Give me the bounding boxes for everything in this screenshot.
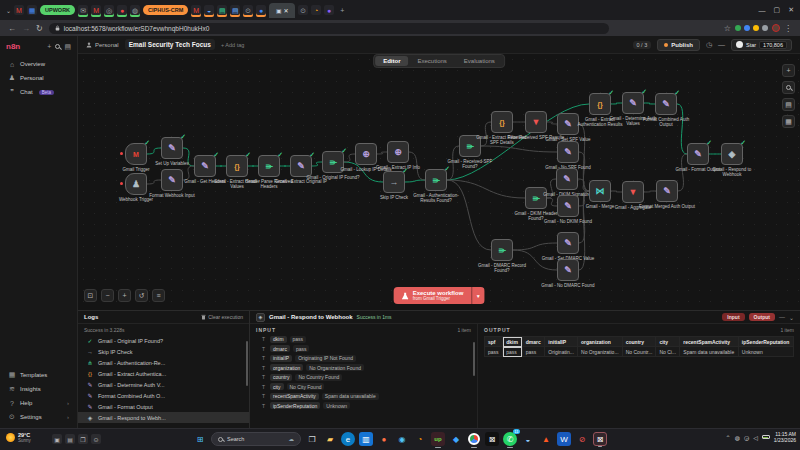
output-col-dmarc[interactable]: dmarc xyxy=(522,337,545,347)
node-format-merged[interactable]: ✎ xyxy=(656,180,678,202)
taskbar-brave[interactable]: ▲ xyxy=(539,432,553,446)
capture-toolbar[interactable]: ▣ ▤ ❒ ⊙ xyxy=(52,434,101,444)
log-item[interactable]: ✎Gmail - Format Output xyxy=(78,401,249,412)
browser-tab[interactable]: ◔ xyxy=(311,5,321,15)
output-toggle-button[interactable]: Output xyxy=(749,313,775,321)
node-lookup-ip[interactable]: ⊕ xyxy=(355,143,377,165)
extension-icon[interactable] xyxy=(744,25,750,31)
node-skip-ip[interactable]: →✓ xyxy=(383,171,405,193)
node-format-output[interactable]: ✎✓ xyxy=(687,143,709,165)
tab-group-ciphus-crm[interactable]: CIPHUS-CRM xyxy=(143,5,188,15)
output-cell-ipSenderReputation[interactable]: Unknown xyxy=(738,347,793,357)
output-cell-initialIP[interactable]: Originatin... xyxy=(545,347,578,357)
node-no-spf[interactable]: ✎ xyxy=(557,141,579,163)
node-dmarc-found[interactable]: ⋔ xyxy=(491,239,513,261)
browser-tab[interactable]: ● xyxy=(117,5,127,15)
weather-widget[interactable]: 29°C Sunny xyxy=(6,432,31,443)
execute-options-caret[interactable]: ▼ xyxy=(471,287,484,304)
node-no-dmarc[interactable]: ✎ xyxy=(557,259,579,281)
profile-avatar[interactable] xyxy=(772,24,780,32)
taskbar-blue-app[interactable]: ◒ xyxy=(521,432,535,446)
zoom-out-button[interactable]: − xyxy=(101,289,114,302)
volume-icon[interactable]: ◁ xyxy=(753,434,758,441)
node-ip-found[interactable]: ⋔✓ xyxy=(322,151,344,173)
taskbar-task-view[interactable]: ❒ xyxy=(305,432,319,446)
node-format-combined[interactable]: ✎✓ xyxy=(655,93,677,115)
breadcrumb[interactable]: Personal xyxy=(86,42,119,48)
zoom-in-button[interactable]: + xyxy=(118,289,131,302)
output-col-spf[interactable]: spf xyxy=(485,337,503,347)
node-parse-received[interactable]: ⋔✓ xyxy=(258,155,280,177)
node-get-headers[interactable]: ✎✓ xyxy=(194,155,216,177)
back-icon[interactable]: ← xyxy=(8,24,16,33)
node-extract-ip-info[interactable]: ⊕ xyxy=(387,141,409,163)
output-col-city[interactable]: city xyxy=(656,337,680,347)
node-filter-spf[interactable]: ▼ xyxy=(525,111,547,133)
node-merge[interactable]: ⋈ xyxy=(589,180,611,202)
minimize-button[interactable]: — xyxy=(759,7,766,14)
github-star-widget[interactable]: Star 170,806 xyxy=(731,39,792,51)
tray-chevron-icon[interactable]: ⌃ xyxy=(726,434,731,441)
workflow-title[interactable]: Email Security Tech Focus xyxy=(125,39,215,50)
gear-icon[interactable]: ⊙ xyxy=(91,434,101,444)
browser-tab[interactable]: M xyxy=(91,5,101,15)
tab-editor[interactable]: Editor xyxy=(375,56,408,66)
browser-tab[interactable]: ▦ xyxy=(27,5,37,15)
node-extract-spf[interactable]: {} xyxy=(491,111,513,133)
language-icon[interactable]: ◍ xyxy=(735,434,740,441)
sidebar-item-chat[interactable]: ❞ChatBeta xyxy=(4,85,73,99)
camera-icon[interactable]: ▣ xyxy=(52,434,62,444)
execute-workflow-button[interactable]: Execute workflow from Gmail Trigger ▼ xyxy=(394,287,485,304)
node-format-chat[interactable]: ✎ xyxy=(161,169,183,191)
logs-scrollbar[interactable] xyxy=(246,341,248,386)
extension-icon[interactable] xyxy=(753,25,759,31)
sidebar-item-settings[interactable]: ⊙Settings› xyxy=(4,410,73,424)
taskbar-active-app[interactable]: ⊠ xyxy=(593,432,607,446)
node-no-dkim[interactable]: ✎ xyxy=(557,195,579,217)
sidebar-item-help[interactable]: ?Help› xyxy=(4,396,73,410)
output-col-organization[interactable]: organization xyxy=(578,337,623,347)
log-item[interactable]: ◈Gmail - Respond to Webh... xyxy=(78,412,249,423)
node-gmail-trigger[interactable]: M✓ xyxy=(125,143,147,165)
taskbar-orange-app[interactable]: ● xyxy=(377,432,391,446)
taskbar-file-explorer[interactable]: ▰ xyxy=(323,432,337,446)
output-col-dkim[interactable]: dkim xyxy=(503,337,522,347)
fit-button[interactable]: ⊡ xyxy=(84,289,97,302)
window-chevron-icon[interactable]: ⌄ xyxy=(6,7,11,14)
panel-toggle-icon[interactable]: ▤ xyxy=(64,43,71,51)
browser-tab[interactable]: ✉ xyxy=(78,5,88,15)
reset-button[interactable]: ↺ xyxy=(135,289,148,302)
output-cell-city[interactable]: No Ci... xyxy=(656,347,680,357)
browser-tab[interactable]: ◒ xyxy=(204,5,214,15)
add-workflow-icon[interactable]: + xyxy=(47,43,51,50)
input-row[interactable]: TcityNo City Found xyxy=(262,383,471,390)
node-respond-webhook[interactable]: ◈✓ xyxy=(721,143,743,165)
taskbar-firefox[interactable]: ◔ xyxy=(413,432,427,446)
output-table[interactable]: spfdkimdmarcinitialIPorganizationcountry… xyxy=(484,336,794,357)
input-row[interactable]: Tdmarcpass xyxy=(262,345,471,352)
clock[interactable]: 11:15 AM 1/23/2026 xyxy=(774,431,796,444)
input-row[interactable]: TorganizationNo Organization Found xyxy=(262,364,471,371)
maximize-button[interactable]: ▢ xyxy=(774,6,781,14)
browser-tab[interactable]: M xyxy=(191,5,201,15)
history-icon[interactable]: ◷ xyxy=(706,41,712,49)
layers-icon[interactable]: ❒ xyxy=(78,434,88,444)
node-set-dmarc[interactable]: ✎ xyxy=(557,232,579,254)
output-col-country[interactable]: country xyxy=(622,337,656,347)
output-cell-recentSpamActivity[interactable]: Spam data unavailable xyxy=(680,347,739,357)
note-button[interactable]: ▤ xyxy=(782,98,795,111)
node-set-spf[interactable]: ✎ xyxy=(557,113,579,135)
plus-button[interactable]: + xyxy=(782,64,795,77)
log-item[interactable]: ✓Gmail - Original IP Found? xyxy=(78,335,249,346)
input-toggle-button[interactable]: Input xyxy=(722,313,744,321)
n8n-logo[interactable]: n8n xyxy=(6,42,20,51)
publish-button[interactable]: Publish xyxy=(657,39,700,51)
log-item[interactable]: ✎Gmail - Determine Auth V... xyxy=(78,379,249,390)
taskbar-x-app[interactable]: ⊠ xyxy=(485,432,499,446)
log-item[interactable]: {}Gmail - Extract Authentica... xyxy=(78,368,249,379)
forward-icon[interactable]: → xyxy=(22,24,30,33)
log-item[interactable]: ✎Format Combined Auth O... xyxy=(78,390,249,401)
browser-tab[interactable]: ▤ xyxy=(230,5,240,15)
node-dkim-sig[interactable]: ✎ xyxy=(556,168,578,190)
output-col-recentSpamActivity[interactable]: recentSpamActivity xyxy=(680,337,739,347)
